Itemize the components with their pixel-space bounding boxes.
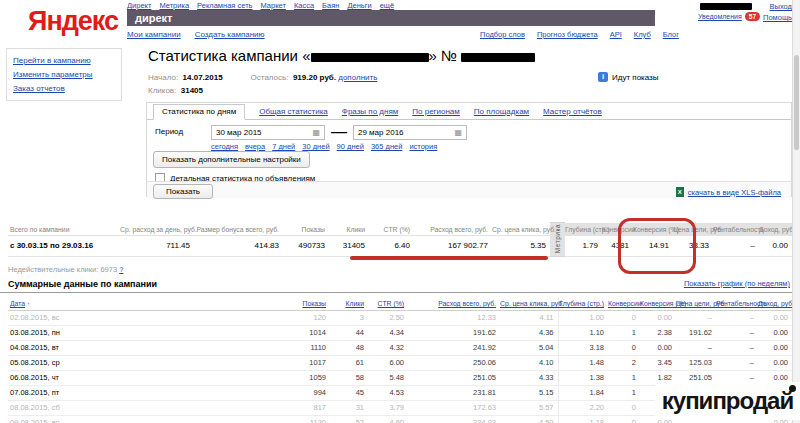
- calendar-icon[interactable]: ▦: [312, 128, 320, 137]
- service-link[interactable]: Рекламная сеть: [197, 1, 252, 10]
- summary-header-cell: Доход, руб.: [758, 297, 792, 311]
- quick-range-link[interactable]: история: [409, 142, 437, 151]
- logout-link[interactable]: Выход: [770, 2, 792, 11]
- invalid-clicks-note: Недействительные клики: 6973 ?: [8, 265, 123, 274]
- page-title: Статистика кампании «» №: [148, 47, 535, 64]
- summary-sort-link[interactable]: CTR (%): [378, 300, 404, 307]
- service-link[interactable]: Метрика: [159, 1, 189, 10]
- sidebar-link[interactable]: Заказ отчетов: [13, 84, 115, 93]
- sidebar-links-box: Перейти в кампаниюИзменить параметрыЗака…: [6, 48, 122, 101]
- quick-range-links: сегоднявчера7 дней30 дней90 дней365 дней…: [211, 142, 437, 151]
- notifications-label[interactable]: Уведомления: [698, 13, 742, 20]
- value-cell: 44: [330, 326, 368, 341]
- service-link[interactable]: Касса: [294, 1, 314, 10]
- tools-link[interactable]: Прогноз бюджета: [537, 30, 598, 39]
- period-label: Период: [155, 127, 183, 136]
- more-settings-button[interactable]: Показать дополнительные настройки: [153, 151, 310, 168]
- totals-value-cell: с 30.03.15 по 29.03.16: [8, 235, 120, 256]
- service-link[interactable]: Деньги: [347, 1, 371, 10]
- tab[interactable]: По площадкам: [474, 105, 529, 119]
- xls-download-link[interactable]: скачать в виде XLS-файла: [688, 188, 781, 197]
- summary-header-cell: Показы: [204, 297, 330, 311]
- tab[interactable]: По регионам: [412, 105, 460, 119]
- summary-header-cell: Расход всего, руб.: [408, 297, 500, 311]
- summary-sort-link[interactable]: Доход, руб.: [758, 300, 794, 307]
- quick-range-link[interactable]: сегодня: [211, 142, 238, 151]
- quick-range-link[interactable]: 365 дней: [371, 142, 402, 151]
- quick-range-link[interactable]: вчера: [245, 142, 265, 151]
- subnav-link[interactable]: Создать кампанию: [195, 30, 265, 39]
- totals-header-cell: Ср. цена клика, руб.: [492, 223, 550, 236]
- value-cell: 3.79: [368, 401, 408, 416]
- status-text: Идут показы: [612, 73, 659, 82]
- totals-header-cell: Клики: [329, 223, 369, 236]
- value-cell: 3.45: [640, 356, 676, 371]
- show-button[interactable]: Показать: [153, 184, 213, 199]
- watermark-dot: [789, 385, 796, 392]
- value-cell: 5.48: [368, 371, 408, 386]
- tab[interactable]: Общая статистика: [259, 105, 328, 119]
- summary-sort-link[interactable]: Клики: [346, 300, 365, 307]
- start-label: Начало:: [148, 73, 178, 82]
- period-row: 30 мар 2015 ▦ — 29 мар 2016 ▦: [211, 123, 467, 141]
- service-link[interactable]: Маркет: [260, 1, 285, 10]
- totals-value-cell: 711.45: [120, 235, 194, 256]
- tools-subnav: Подбор словПрогноз бюджетаAPIКлубБлог: [480, 30, 679, 39]
- value-cell: 1: [608, 326, 640, 341]
- calendar-icon[interactable]: ▦: [454, 128, 462, 137]
- summary-header-cell: Глубина (стр.): [558, 297, 608, 311]
- xls-download[interactable]: X скачать в виде XLS-файла: [676, 187, 781, 197]
- tools-link[interactable]: Блог: [663, 30, 679, 39]
- value-cell: 4.50: [500, 416, 558, 423]
- service-link[interactable]: Баян: [322, 1, 339, 10]
- remaining-budget: 919.20 руб.: [293, 73, 336, 82]
- summary-sort-link[interactable]: Показы: [303, 300, 327, 307]
- top-services-nav: ДиректМетрикаРекламная сетьМаркетКассаБа…: [127, 1, 394, 10]
- service-link[interactable]: ещё: [380, 1, 395, 10]
- yandex-logo[interactable]: Яндекс: [28, 6, 118, 37]
- service-link[interactable]: Директ: [127, 1, 151, 10]
- tab[interactable]: Мастер отчётов: [543, 105, 602, 119]
- notifications[interactable]: Уведомления 57: [698, 12, 760, 21]
- summary-sort-link[interactable]: Глубина (стр.): [559, 300, 604, 307]
- sidebar-link[interactable]: Изменить параметры: [13, 70, 115, 79]
- quick-range-link[interactable]: 90 дней: [337, 142, 364, 151]
- quick-range-link[interactable]: 30 дней: [302, 142, 329, 151]
- invalid-clicks-help-link[interactable]: ?: [119, 265, 123, 274]
- help-link[interactable]: Помощь: [763, 13, 792, 22]
- scrollbar-thumb[interactable]: [794, 55, 799, 150]
- title-mid: » №: [429, 47, 458, 64]
- summary-sort-link[interactable]: Конверсии: [608, 300, 642, 307]
- invalid-clicks-value: 6973: [100, 265, 117, 274]
- date-to-input[interactable]: 29 мар 2016 ▦: [353, 125, 467, 140]
- tab[interactable]: Статистика по дням: [153, 104, 245, 120]
- kupiproday-watermark: купипродай: [655, 382, 800, 420]
- tab[interactable]: Фразы по дням: [342, 105, 398, 119]
- summary-sort-link[interactable]: Расход всего, руб.: [438, 300, 496, 307]
- sidebar-link[interactable]: Перейти в кампанию: [13, 56, 115, 65]
- value-cell: 58: [330, 371, 368, 386]
- tools-link[interactable]: API: [610, 30, 622, 39]
- totals-header-cell: Показы: [283, 223, 329, 236]
- tools-link[interactable]: Клуб: [634, 30, 651, 39]
- summary-divider: [0, 292, 800, 293]
- totals-value-cell: 414.83: [194, 235, 283, 256]
- summary-sort-link[interactable]: Дата: [10, 300, 25, 307]
- show-chart-link[interactable]: Показать график (по неделям): [684, 279, 790, 288]
- quick-range-link[interactable]: 7 дней: [272, 142, 295, 151]
- subnav-link[interactable]: Мои кампании: [127, 30, 181, 39]
- value-cell: 4.60: [368, 416, 408, 423]
- summary-sort-link[interactable]: Ср. цена клика, руб.: [500, 300, 564, 307]
- tools-link[interactable]: Подбор слов: [480, 30, 525, 39]
- topup-link[interactable]: дополнить: [338, 73, 377, 82]
- value-cell: 4.34: [368, 326, 408, 341]
- value-cell: 6.00: [368, 356, 408, 371]
- date-from-input[interactable]: 30 мар 2015 ▦: [211, 125, 325, 140]
- value-cell: 0.00: [640, 341, 676, 356]
- totals-value-cell: –: [713, 235, 759, 256]
- value-cell: –: [716, 356, 758, 371]
- value-cell: 3.18: [558, 341, 608, 356]
- redacted-campaign-name: [311, 53, 429, 62]
- value-cell: 4.10: [500, 356, 558, 371]
- value-cell: 1.38: [558, 371, 608, 386]
